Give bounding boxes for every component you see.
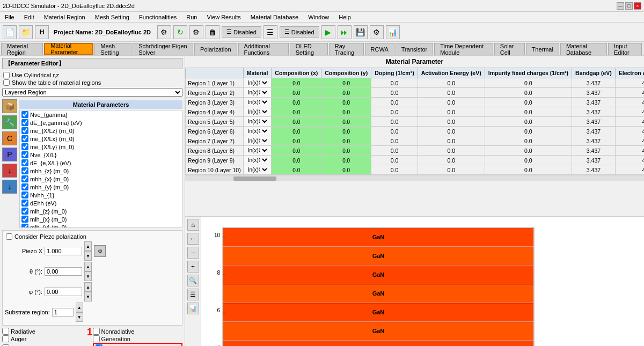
menu-help[interactable]: Help <box>336 13 353 21</box>
tab-polarization[interactable]: Polarization <box>194 43 237 55</box>
comp-y-input-7[interactable] <box>337 148 356 154</box>
param-checkbox-9[interactable] <box>21 175 28 182</box>
auger-checkbox[interactable] <box>2 335 9 342</box>
piezo-x-up[interactable]: ▲ <box>84 241 92 251</box>
material-select-6[interactable]: In(x)Ga(1-x)N <box>246 137 269 144</box>
toolbar-icon1[interactable]: ⚙ <box>157 25 171 39</box>
chart-plus-btn[interactable]: + <box>187 261 199 273</box>
settings2-btn[interactable]: ⚙ <box>370 25 384 39</box>
material-select-8[interactable]: In(x)Ga(1-x)N <box>246 157 269 164</box>
comp-x-input-0[interactable] <box>287 80 306 86</box>
comp-x-7[interactable] <box>272 146 321 156</box>
maximize-button[interactable]: □ <box>625 2 633 10</box>
substrate-up[interactable]: ▲ <box>76 303 83 312</box>
comp-x-input-9[interactable] <box>287 167 306 173</box>
param-checkbox-2[interactable] <box>21 119 28 126</box>
new-btn[interactable]: 📄 <box>3 25 17 39</box>
tab-transistor[interactable]: Transistor <box>396 43 434 55</box>
comp-x-input-2[interactable] <box>287 100 306 106</box>
param-checkbox-15[interactable] <box>21 224 28 228</box>
save2-btn[interactable]: 💾 <box>354 25 368 39</box>
tab-ray-tracing[interactable]: Ray Tracing <box>329 43 364 55</box>
param-checkbox-8[interactable] <box>21 167 28 174</box>
comp-y-input-8[interactable] <box>337 158 356 164</box>
tab-material-parameter[interactable]: Material Parameter <box>44 43 93 55</box>
tab-thermal[interactable]: Thermal <box>526 43 559 55</box>
toolbar-icon4[interactable]: 🗑 <box>206 25 219 39</box>
material-select-9[interactable]: In(x)Ga(1-x)N <box>246 166 269 173</box>
toolbar-icon3[interactable]: ⚙ <box>189 25 203 39</box>
menu-mesh-setting[interactable]: Mesh Setting <box>93 13 131 21</box>
comp-x-8[interactable] <box>272 156 321 165</box>
material-select-3[interactable]: In(x)Ga(1-x)N <box>246 108 269 115</box>
show-table-checkbox[interactable] <box>3 79 10 86</box>
param-checkbox-3[interactable] <box>21 127 28 134</box>
play-btn[interactable]: ▶ <box>321 25 335 39</box>
chart-btn[interactable]: 📊 <box>386 25 400 39</box>
menu-functionalities[interactable]: Functionalities <box>137 13 179 21</box>
minimize-button[interactable]: — <box>617 2 624 10</box>
piezo-theta-up[interactable]: ▲ <box>84 262 92 271</box>
material-select-0[interactable]: In(x)Ga(1-x)N <box>246 79 269 86</box>
icon-btn-4[interactable]: P <box>2 148 17 161</box>
chart-left-btn[interactable]: ← <box>187 233 199 245</box>
chart-zoom-btn[interactable]: 🔍 <box>187 275 199 286</box>
tab-mesh-setting[interactable]: Mesh Setting <box>94 43 131 55</box>
icon-btn-2[interactable]: 🔧 <box>2 115 17 129</box>
save-btn[interactable]: H <box>35 25 49 39</box>
param-checkbox-4[interactable] <box>21 135 28 142</box>
param-checkbox-13[interactable] <box>21 208 28 215</box>
param-checkbox-12[interactable] <box>21 200 28 207</box>
material-select-4[interactable]: In(x)Ga(1-x)N <box>246 118 269 125</box>
comp-y-3[interactable] <box>321 107 371 117</box>
tab-additional[interactable]: Additional Functions <box>238 43 289 55</box>
piezo-x-down[interactable]: ▼ <box>84 251 92 261</box>
menu-material-database[interactable]: Material Database <box>248 13 301 21</box>
icon-btn-3[interactable]: C <box>2 131 17 145</box>
disabled-btn2[interactable]: ☰Disabled <box>280 26 319 38</box>
comp-y-1[interactable] <box>321 88 371 98</box>
icon-btn-5[interactable]: ↓ <box>2 164 17 178</box>
comp-x-input-5[interactable] <box>287 129 306 135</box>
menu-edit[interactable]: Edit <box>22 13 36 21</box>
menu-run[interactable]: Run <box>184 13 199 21</box>
nonradiative-checkbox[interactable] <box>93 328 100 335</box>
tab-input-editor[interactable]: Input Editor <box>608 43 642 55</box>
substrate-input[interactable] <box>52 308 74 316</box>
piezo-theta-input[interactable] <box>45 267 82 276</box>
param-checkbox-6[interactable] <box>21 151 28 158</box>
comp-y-4[interactable] <box>321 117 371 127</box>
comp-y-6[interactable] <box>321 136 371 146</box>
comp-y-5[interactable] <box>321 127 371 136</box>
comp-x-6[interactable] <box>272 136 321 146</box>
comp-x-4[interactable] <box>272 117 321 127</box>
comp-x-1[interactable] <box>272 88 321 98</box>
layered-region-select[interactable]: Layered Region <box>2 88 182 97</box>
param-checkbox-14[interactable] <box>21 216 28 223</box>
comp-x-input-1[interactable] <box>287 90 306 96</box>
tab-oled[interactable]: OLED Setting <box>290 43 328 55</box>
open-btn[interactable]: 📁 <box>19 25 33 39</box>
substrate-down[interactable]: ▼ <box>76 312 83 322</box>
chart-list-btn[interactable]: ☰ <box>187 289 199 300</box>
param-checkbox-10[interactable] <box>21 183 28 190</box>
comp-y-input-1[interactable] <box>337 90 356 96</box>
material-select-1[interactable]: In(x)Ga(1-x)N <box>246 89 269 96</box>
param-checkbox-11[interactable] <box>21 192 28 198</box>
comp-x-input-4[interactable] <box>287 119 306 125</box>
menu-material-region[interactable]: Material Region <box>42 13 87 21</box>
comp-y-input-3[interactable] <box>337 109 356 115</box>
comp-x-3[interactable] <box>272 107 321 117</box>
piezo-checkbox[interactable] <box>6 233 12 240</box>
comp-y-input-4[interactable] <box>337 119 356 125</box>
comp-x-input-7[interactable] <box>287 148 306 154</box>
toolbar-icon2[interactable]: ↻ <box>173 25 187 39</box>
comp-y-0[interactable] <box>321 78 371 88</box>
comp-x-input-3[interactable] <box>287 109 306 115</box>
radiative-checkbox[interactable] <box>2 328 9 335</box>
comp-x-5[interactable] <box>272 127 321 136</box>
comp-y-input-6[interactable] <box>337 138 356 144</box>
comp-y-input-2[interactable] <box>337 100 356 106</box>
piezo-phi-down[interactable]: ▼ <box>84 292 92 301</box>
tab-schrodinger[interactable]: Schrödinger Eigen Solver <box>133 43 193 55</box>
